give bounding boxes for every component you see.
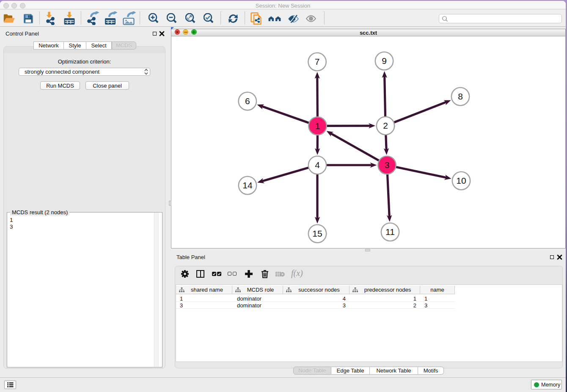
svg-text:11: 11 — [385, 227, 395, 237]
svg-text:15: 15 — [312, 229, 322, 238]
svg-text:3: 3 — [385, 160, 390, 170]
svg-text:7: 7 — [315, 57, 320, 66]
svg-text:1: 1 — [315, 121, 320, 131]
svg-text:6: 6 — [245, 96, 250, 106]
svg-text:8: 8 — [458, 91, 463, 101]
svg-text:2: 2 — [383, 121, 388, 130]
svg-text:4: 4 — [315, 160, 320, 170]
svg-text:14: 14 — [242, 180, 253, 190]
svg-text:10: 10 — [456, 176, 466, 185]
svg-text:9: 9 — [382, 56, 387, 66]
